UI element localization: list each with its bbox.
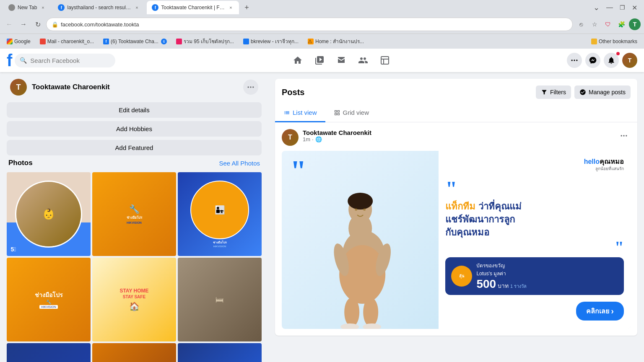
folder-icon [591, 39, 597, 44]
close-btn[interactable]: ✕ [632, 4, 637, 12]
grid-view-tab[interactable]: Grid view [325, 104, 378, 122]
new-tab-button[interactable]: + [241, 2, 252, 13]
edit-details-button[interactable]: Edit details [7, 102, 262, 118]
shield-icon[interactable]: 🛡 [602, 18, 614, 30]
photos-header: Photos See All Photos [7, 159, 262, 167]
see-all-photos-link[interactable]: See All Photos [219, 160, 260, 167]
window-controls: ⌄ — ❐ ✕ [593, 3, 641, 12]
manage-posts-label: Manage posts [589, 89, 626, 96]
cta-button[interactable]: คลิกเลย › [576, 302, 624, 321]
svg-point-3 [571, 59, 573, 61]
bookmark-star-icon[interactable]: ☆ [589, 18, 600, 30]
photo-item-9[interactable]: 🛏 ตาบ้อกก้าวๆเหลือ-ไม่บอก PICACE [178, 343, 262, 362]
maximize-btn[interactable]: ❐ [620, 4, 625, 11]
svg-point-19 [344, 297, 359, 327]
search-icon: 🔍 [20, 57, 27, 64]
post-meta: Tooktawate Charoenkit 1m · 🌐 [303, 129, 617, 142]
google-favicon [7, 39, 13, 44]
tab-tooktawate[interactable]: f Tooktawate Charoenkit | Facebo... × [147, 1, 239, 14]
svg-point-4 [574, 59, 575, 61]
manage-posts-button[interactable]: Manage posts [574, 85, 631, 99]
photo-item-2[interactable]: 🔧 ช่างมือโปร HIKVISION [92, 172, 176, 256]
photo-item-5[interactable]: STAY HOMESTAY SAFE 🏠 [92, 258, 176, 341]
nav-home[interactable] [288, 50, 308, 70]
cast-icon[interactable]: ⎋ [575, 18, 587, 30]
left-sidebar: T Tooktawate Charoenkit Edit details Add… [0, 72, 268, 362]
ad-headline: แท็กทีม ว่าที่คุณแม่ แชร์พัฒนาการลูก กับ… [445, 200, 624, 239]
grid-view-label: Grid view [343, 109, 369, 116]
forward-button[interactable]: → [18, 18, 29, 30]
bookmark-fb[interactable]: f (6) Tooktawate Cha... 6 [100, 37, 170, 46]
svg-rect-0 [381, 57, 389, 64]
add-hobbies-button[interactable]: Add Hobbies [7, 121, 262, 137]
tab-close-btn[interactable]: × [39, 4, 46, 11]
photo-item-8[interactable]: 🛏 ตาบ้อกก้าวๆ [92, 343, 176, 362]
search-box[interactable]: 🔍 [15, 54, 115, 67]
menu-icon-btn[interactable] [567, 53, 582, 68]
list-view-tab[interactable]: List view [275, 104, 325, 122]
back-button[interactable]: ← [3, 18, 15, 30]
profile-icon[interactable]: T [629, 18, 641, 30]
bookmarks-bar: Google Mail - charoenkit_o... f (6) Took… [0, 34, 644, 49]
tab-new-tab[interactable]: New Tab × [3, 1, 51, 14]
bookmark-lays-label: รวม 95 เก็บโชดัลปรุก... [184, 37, 234, 45]
svg-point-7 [250, 86, 251, 88]
profile-avatar: T [10, 79, 27, 96]
add-featured-button[interactable]: Add Featured [7, 140, 262, 155]
messenger-icon-btn[interactable] [585, 53, 600, 68]
photo-item-4[interactable]: ช่างมือโปร 🔧 HIKVISION [7, 258, 91, 341]
svg-point-6 [248, 86, 249, 88]
post-more-button[interactable] [617, 129, 631, 142]
tab-close-tooktawate[interactable]: × [227, 4, 234, 11]
title-bar: New Tab × f laysthailand - search result… [0, 0, 644, 15]
bookmark-mail[interactable]: Mail - charoenkit_o... [36, 37, 97, 46]
tab-title-tooktawate: Tooktawate Charoenkit | Facebo... [161, 5, 225, 10]
refresh-button[interactable]: ↻ [32, 18, 44, 30]
post-header: T Tooktawate Charoenkit 1m · 🌐 [282, 129, 631, 146]
cta-section: คลิกเลย › [445, 302, 624, 321]
post-image: " [282, 151, 631, 329]
svg-point-10 [623, 135, 624, 136]
filters-button[interactable]: Filters [536, 85, 571, 99]
photo-item-3[interactable]: 👨‍👧 ช่างมือโปรHIKVISION [178, 172, 262, 256]
search-input[interactable] [30, 57, 110, 64]
profile-header: T Tooktawate Charoenkit [7, 79, 262, 96]
nav-pages[interactable] [375, 50, 395, 70]
bookmark-lays[interactable]: รวม 95 เก็บโชดัลปรุก... [173, 36, 237, 47]
prize-count: 1 รางวัล [510, 282, 527, 290]
tab-overflow-btn[interactable]: ⌄ [593, 3, 600, 12]
photo-item-7[interactable]: 🛏 ตาบ้อกก้าวๆเหลือ-ไม่บอกก้าวๆเอง PICACE [7, 343, 91, 362]
profile-more-button[interactable] [243, 80, 258, 95]
nav-marketplace[interactable] [331, 50, 351, 70]
fb-favicon: f [103, 39, 109, 44]
nav-groups[interactable] [353, 50, 373, 70]
fb-main: T Tooktawate Charoenkit Edit details Add… [0, 72, 644, 362]
prize-unit: บาท [498, 281, 509, 290]
notifications-icon-btn[interactable] [604, 53, 619, 68]
other-bookmarks[interactable]: Other bookmarks [588, 37, 641, 46]
tab-close-lays[interactable]: × [133, 4, 140, 11]
ad-text-content: helloคุณหมอ ลูกน้อยที่แสนรัก " แท็กทีม [439, 151, 631, 329]
fb-nav-right: T [567, 53, 637, 68]
bookmark-google-label: Google [14, 39, 31, 44]
filters-label: Filters [550, 89, 566, 96]
bookmark-home[interactable]: ⚠ Home : สำนักงานปร... [304, 36, 367, 47]
tab-lays[interactable]: f laysthailand - search results | Fac...… [53, 1, 145, 14]
other-bookmarks-label: Other bookmarks [599, 39, 637, 44]
nav-watch[interactable] [309, 50, 330, 70]
photo-item-1[interactable]: 👶 5⃣ [7, 172, 91, 256]
prize-text: บัตรของขวัญ Lotus's มูลค่า 500 บาท 1 ราง… [476, 261, 527, 291]
bookmark-bkreview-label: bkreview - เราจีวทุก... [251, 37, 299, 45]
svg-point-23 [355, 208, 357, 211]
minimize-btn[interactable]: — [606, 4, 613, 11]
posts-section: Posts Filters Manage posts [275, 79, 637, 336]
notification-count [616, 52, 620, 55]
extensions-icon[interactable]: 🧩 [615, 18, 627, 30]
user-avatar-btn[interactable]: T [622, 53, 637, 68]
bookmark-bkreview[interactable]: bkreview - เราจีวทุก... [240, 36, 302, 47]
address-actions: ⎋ ☆ 🛡 🧩 T [575, 18, 641, 30]
post-avatar: T [282, 129, 299, 146]
bookmark-google[interactable]: Google [3, 37, 34, 46]
photo-item-6[interactable]: 🛏 [178, 258, 262, 341]
url-bar[interactable]: 🔒 facebook.com/tooktawate.tookta [46, 18, 573, 31]
